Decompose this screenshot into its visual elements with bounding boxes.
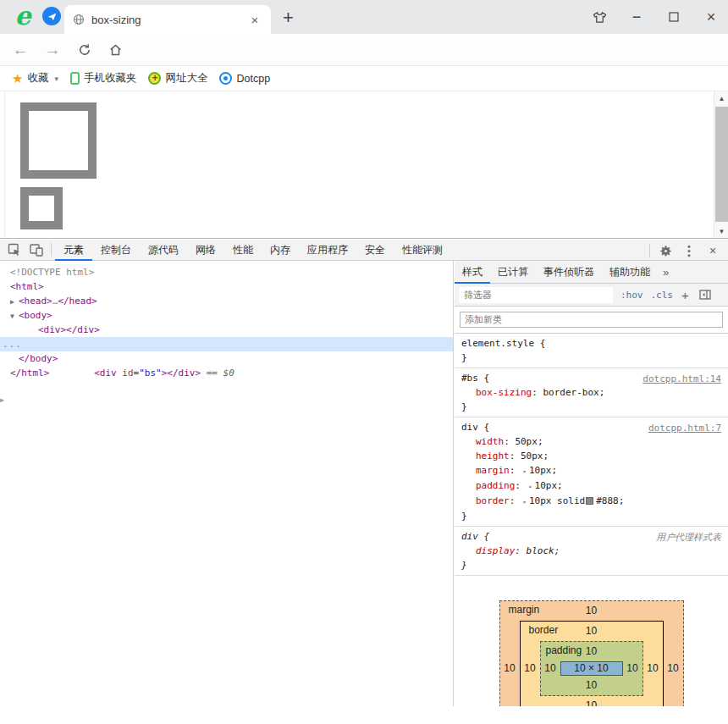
guide-dots: ... <box>3 337 22 351</box>
shorthand-expand-icon[interactable]: ▸ <box>521 464 529 478</box>
rule-div[interactable]: dotcpp.html:7 div { width: 50px; height:… <box>455 417 728 527</box>
css-property[interactable]: padding: ▸10px; <box>461 478 721 494</box>
sidebar-layout-toggle-icon[interactable] <box>699 290 711 300</box>
home-button[interactable] <box>107 41 124 58</box>
rule-bs[interactable]: dotcpp.html:14 #bs { box-sizing: border-… <box>455 368 728 417</box>
color-swatch[interactable] <box>586 497 593 505</box>
window-edge <box>4 91 5 238</box>
tree-doctype[interactable]: <!DOCTYPE html> <box>0 265 453 279</box>
scroll-up-icon[interactable]: ▲ <box>714 91 728 105</box>
css-property: display: block; <box>461 544 721 558</box>
padding-bottom-value[interactable]: 10 <box>586 679 597 691</box>
collapse-arrow-icon[interactable]: ▼ <box>10 309 19 323</box>
launcher-icon[interactable] <box>42 7 61 25</box>
devtools-panel: 元素 控制台 源代码 网络 性能 内存 应用程序 安全 性能评测 × <box>0 238 728 724</box>
new-style-rule-button[interactable]: + <box>681 288 689 302</box>
margin-right-value[interactable]: 10 <box>664 621 683 707</box>
devtools-tab-sources[interactable]: 源代码 <box>140 240 187 261</box>
css-property[interactable]: border: ▸10px solid#888; <box>461 494 721 509</box>
box-model-border[interactable]: border10 10 padding10 10 10 × 10 10 <box>520 621 664 707</box>
devtools-tab-security[interactable]: 安全 <box>356 240 394 261</box>
css-property[interactable]: height: 50px; <box>461 449 721 463</box>
scroll-down-icon[interactable]: ▼ <box>714 224 728 238</box>
padding-right-value[interactable]: 10 <box>623 661 643 676</box>
source-link[interactable]: dotcpp.html:7 <box>648 421 721 435</box>
devtools-close-icon[interactable]: × <box>701 240 725 261</box>
tab-styles[interactable]: 样式 <box>455 261 490 284</box>
box-model-margin[interactable]: margin10 10 border10 10 padding10 <box>499 600 684 707</box>
content-size-value[interactable]: 10 × 10 <box>574 662 608 674</box>
page-viewport: ▲ ▼ <box>0 91 728 238</box>
caret-down-icon[interactable]: ▾ <box>54 75 58 83</box>
new-tab-button[interactable]: + <box>283 8 294 27</box>
tree-body-close[interactable]: </body> <box>0 351 453 366</box>
toggle-hover-state[interactable]: :hov <box>620 290 643 301</box>
css-property[interactable]: width: 50px; <box>461 434 721 449</box>
bookmark-site-directory[interactable]: + 网址大全 <box>148 71 207 86</box>
devtools-tab-application[interactable]: 应用程序 <box>299 240 356 261</box>
css-property[interactable]: box-sizing: border-box; <box>461 385 721 400</box>
expand-arrow-icon[interactable]: ▶ <box>10 295 19 309</box>
rule-user-agent[interactable]: 用户代理样式表 div { display: block; } <box>455 527 728 576</box>
padding-left-value[interactable]: 10 <box>541 661 560 676</box>
rule-element-style[interactable]: element.style { } <box>455 334 728 368</box>
devtools-tab-elements[interactable]: 元素 <box>55 240 92 261</box>
tree-html-open[interactable]: <html> <box>0 279 453 294</box>
tab-close-icon[interactable]: × <box>247 13 262 27</box>
source-link[interactable]: dotcpp.html:14 <box>643 372 721 386</box>
tab-computed[interactable]: 已计算 <box>490 261 536 284</box>
shorthand-expand-icon[interactable]: ▸ <box>527 479 535 494</box>
toggle-class[interactable]: .cls <box>651 290 674 301</box>
device-toolbar-icon[interactable] <box>25 240 47 260</box>
forward-button[interactable]: → <box>44 41 61 58</box>
paper-plane-icon <box>47 11 58 22</box>
styles-filter-input[interactable] <box>459 287 613 303</box>
tree-body-open[interactable]: ▼<body> <box>0 308 453 323</box>
settings-gear-icon[interactable] <box>654 240 677 261</box>
devtools-tab-lighthouse[interactable]: 性能评测 <box>394 240 451 261</box>
kebab-menu-icon[interactable] <box>677 240 701 261</box>
devtools-tab-performance[interactable]: 性能 <box>224 240 262 261</box>
scrollbar-thumb[interactable] <box>715 107 728 222</box>
reload-button[interactable] <box>76 41 93 58</box>
page-scrollbar[interactable]: ▲ ▼ <box>714 91 728 238</box>
tree-div-selected[interactable]: ... <div id="bs"></div> == $0 <box>0 337 453 351</box>
toolbar-separator <box>51 243 52 257</box>
shorthand-expand-icon[interactable]: ▸ <box>521 495 529 509</box>
tree-head[interactable]: ▶<head>…</head> <box>0 294 453 308</box>
border-box-div <box>20 187 63 229</box>
tab-title: box-sizing <box>91 14 247 26</box>
more-tabs-icon[interactable]: » <box>658 266 674 279</box>
theme-shirt-icon[interactable] <box>582 0 616 34</box>
inspect-element-icon[interactable] <box>3 240 25 260</box>
browser-logo-icon[interactable]: e <box>8 2 37 30</box>
window-close-button[interactable]: × <box>694 0 728 34</box>
drawer-expand-icon[interactable]: ▶ <box>0 393 4 407</box>
margin-top-value[interactable]: 10 <box>586 605 597 616</box>
browser-tab[interactable]: box-sizing × <box>64 5 271 34</box>
tree-html-close[interactable]: </html> <box>0 366 453 380</box>
bookmark-favorites[interactable]: ★ 收藏 ▾ <box>12 71 58 86</box>
devtools-tab-memory[interactable]: 内存 <box>262 240 299 261</box>
tab-event-listeners[interactable]: 事件侦听器 <box>536 261 602 284</box>
devtools-tab-console[interactable]: 控制台 <box>92 240 140 261</box>
devtools-tab-network[interactable]: 网络 <box>187 240 224 261</box>
bookmark-dotcpp[interactable]: Dotcpp <box>219 72 270 85</box>
box-model-padding[interactable]: padding10 10 10 × 10 10 10 <box>540 641 643 696</box>
padding-top-value[interactable]: 10 <box>586 645 597 657</box>
back-button[interactable]: ← <box>12 41 29 58</box>
bookmark-mobile-favorites[interactable]: 手机收藏夹 <box>70 71 137 86</box>
border-bottom-value[interactable]: 10 <box>586 699 597 706</box>
maximize-button[interactable] <box>657 0 691 34</box>
border-right-value[interactable]: 10 <box>643 641 663 696</box>
add-class-input[interactable] <box>460 312 723 328</box>
margin-left-value[interactable]: 10 <box>500 621 520 707</box>
tab-accessibility[interactable]: 辅助功能 <box>602 261 658 284</box>
box-model-content[interactable]: 10 × 10 <box>560 661 623 676</box>
border-left-value[interactable]: 10 <box>521 641 540 696</box>
minimize-button[interactable]: − <box>620 0 654 34</box>
title-bar: e box-sizing × + − × <box>0 0 728 34</box>
border-top-value[interactable]: 10 <box>586 625 597 637</box>
css-property[interactable]: margin: ▸10px; <box>461 463 721 478</box>
tree-div-first[interactable]: <div></div> <box>0 323 453 337</box>
